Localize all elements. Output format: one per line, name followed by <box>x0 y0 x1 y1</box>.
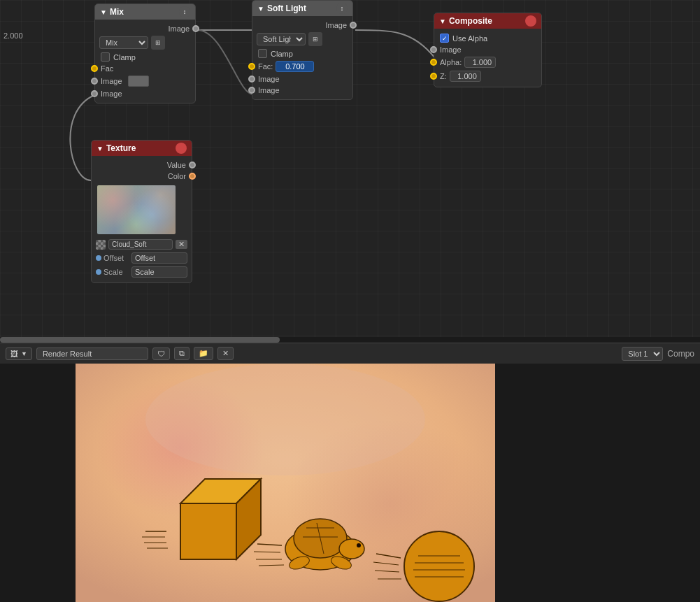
texture-offset-row: Offset Offset <box>92 251 192 265</box>
shield-button[interactable]: 🛡 <box>152 347 170 360</box>
node-scrollbar[interactable] <box>0 337 700 343</box>
texture-collapse-icon[interactable]: ▼ <box>97 145 103 152</box>
svg-point-24 <box>404 531 474 601</box>
texture-offset-dot <box>96 255 101 261</box>
bar-right: Slot 1 Compo <box>622 347 694 361</box>
softlight-image1-row: Image <box>252 73 352 85</box>
scrollbar-thumb[interactable] <box>0 337 280 343</box>
mix-image1-row: Image <box>95 74 195 88</box>
softlight-fac-row: Fac: <box>252 59 352 73</box>
softlight-header-icon: ↕ <box>336 3 348 14</box>
close-button[interactable]: ✕ <box>217 347 234 360</box>
texture-color-label: Color <box>168 172 186 180</box>
mix-blend-row: Mix ⊞ <box>95 34 195 51</box>
left-value-label: 2.000 <box>3 31 23 40</box>
softlight-image1-socket[interactable] <box>248 76 255 83</box>
softlight-blend-row: Soft Light ⊞ <box>252 31 352 48</box>
checkerboard-icon <box>96 240 106 250</box>
composite-alpha-label: Alpha: <box>440 58 462 66</box>
texture-scale-select[interactable]: Scale <box>131 266 187 278</box>
composite-z-label: Z: <box>440 72 447 80</box>
node-mix-header: ▼ Mix ↕ <box>95 4 195 20</box>
node-softlight-body: Image Soft Light ⊞ Clamp Fac: <box>252 16 352 99</box>
texture-offset-select[interactable]: Offset <box>131 252 187 264</box>
texture-remove-button[interactable]: ✕ <box>176 240 187 249</box>
copy-button[interactable]: ⧉ <box>174 347 190 360</box>
copy-icon: ⧉ <box>179 349 185 358</box>
texture-name-badge[interactable]: Cloud_Soft <box>108 239 173 250</box>
node-composite-title: Composite <box>449 16 492 26</box>
softlight-collapse-icon[interactable]: ▼ <box>257 5 264 13</box>
mix-image1-socket[interactable] <box>91 78 98 85</box>
composite-collapse-icon[interactable]: ▼ <box>439 17 446 25</box>
render-result-input[interactable] <box>36 347 148 360</box>
svg-marker-4 <box>180 503 236 559</box>
mix-fac-socket[interactable] <box>91 65 98 72</box>
softlight-fac-input[interactable] <box>276 61 314 72</box>
mix-blend-select[interactable]: Mix <box>99 36 148 49</box>
image-type-selector[interactable]: 🖼 ▼ <box>6 347 32 360</box>
softlight-blend-icon: ⊞ <box>308 32 322 46</box>
texture-name-row: Cloud_Soft ✕ <box>92 238 192 251</box>
svg-point-17 <box>357 543 361 547</box>
composite-alpha-socket[interactable] <box>430 59 437 66</box>
texture-cloud-visual <box>97 185 176 234</box>
node-mix-title: Mix <box>110 7 124 17</box>
texture-value-socket[interactable] <box>189 162 196 169</box>
composite-image-row: Image <box>434 44 541 55</box>
texture-offset-label: Offset <box>103 254 124 262</box>
texture-color-row: Color <box>92 171 192 182</box>
node-texture-title: Texture <box>106 143 136 153</box>
softlight-output-image: Image <box>252 20 352 31</box>
mix-image1-label: Image <box>101 77 122 85</box>
composite-use-alpha-row: ✓ Use Alpha <box>434 32 541 44</box>
node-mix: ▼ Mix ↕ Image Mix ⊞ <box>94 3 196 103</box>
bottom-bar: 🖼 ▼ 🛡 ⧉ 📁 ✕ Slot 1 Compo <box>0 343 700 364</box>
composite-alpha-value[interactable]: 1.000 <box>464 57 496 68</box>
mix-clamp-label: Clamp <box>113 53 136 62</box>
node-texture-body: Value Color Cloud_Soft ✕ Offset <box>92 156 192 282</box>
mix-clamp-checkbox[interactable] <box>101 52 110 62</box>
node-mix-body: Image Mix ⊞ Clamp Fac <box>95 20 195 103</box>
node-composite-body: ✓ Use Alpha Image Alpha: 1.000 Z: 1.000 <box>434 29 541 87</box>
mix-header-icon: ↕ <box>179 6 190 17</box>
composite-z-row: Z: 1.000 <box>434 69 541 83</box>
texture-scale-row: Scale Scale <box>92 265 192 279</box>
mix-image1-swatch[interactable] <box>128 76 149 87</box>
mix-image2-row: Image <box>95 88 195 99</box>
composite-z-socket[interactable] <box>430 73 437 80</box>
texture-scale-dot <box>96 269 101 275</box>
image-dropdown-arrow[interactable]: ▼ <box>21 350 27 357</box>
render-image <box>76 364 495 602</box>
node-composite-header: ▼ Composite <box>434 13 541 29</box>
mix-output-image: Image <box>95 23 195 34</box>
mix-fac-label: Fac <box>101 64 113 73</box>
softlight-clamp-checkbox[interactable] <box>258 49 267 58</box>
composite-image-socket[interactable] <box>430 46 437 53</box>
node-editor: 2.000 ▼ Mix ↕ Image Mix <box>0 0 700 343</box>
mix-clamp-row: Clamp <box>95 51 195 63</box>
softlight-blend-select[interactable]: Soft Light <box>257 33 306 45</box>
node-composite: ▼ Composite ✓ Use Alpha Image Alpha: 1.0… <box>434 13 542 87</box>
softlight-fac-socket[interactable] <box>248 63 255 70</box>
composite-z-value[interactable]: 1.000 <box>450 71 481 82</box>
mix-image2-socket[interactable] <box>91 90 98 97</box>
mix-output-socket[interactable] <box>192 25 199 32</box>
folder-button[interactable]: 📁 <box>194 347 213 360</box>
texture-preview <box>97 185 176 234</box>
softlight-image2-socket[interactable] <box>248 87 255 94</box>
texture-color-socket[interactable] <box>189 173 196 180</box>
softlight-fac-label: Fac: <box>258 62 273 71</box>
render-area <box>0 364 700 602</box>
slot-select[interactable]: Slot 1 <box>622 347 663 361</box>
mix-output-label: Image <box>168 24 190 33</box>
softlight-clamp-label: Clamp <box>271 50 293 58</box>
mix-blend-icon: ⊞ <box>151 36 165 50</box>
softlight-output-socket[interactable] <box>350 22 357 29</box>
composite-use-alpha-checkbox[interactable]: ✓ <box>440 34 449 43</box>
image-icon: 🖼 <box>10 350 18 358</box>
svg-point-3 <box>145 364 425 475</box>
node-softlight-title: Soft Light <box>267 3 306 13</box>
mix-collapse-icon[interactable]: ▼ <box>100 8 107 16</box>
node-texture: ▼ Texture Value Color Cloud_Soft <box>91 140 192 283</box>
